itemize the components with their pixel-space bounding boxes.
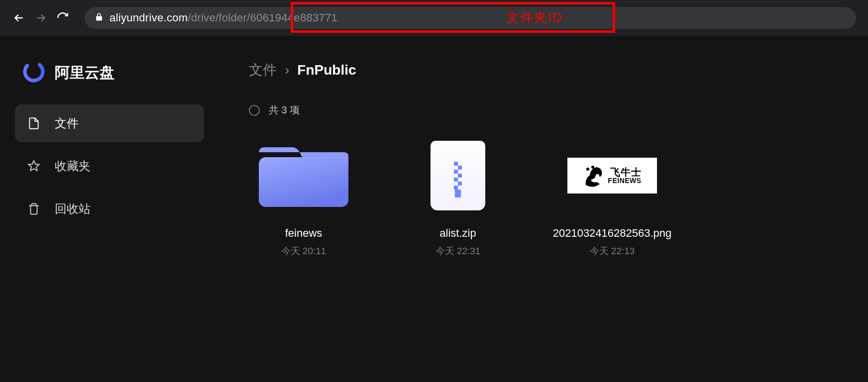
sidebar-item-files[interactable]: 文件 [15, 104, 204, 142]
brand-title: 阿里云盘 [55, 63, 114, 83]
url-path: /drive/folder/6061944e883771 [188, 11, 337, 24]
file-name: alist.zip [439, 226, 476, 241]
back-button[interactable] [12, 11, 26, 25]
lock-icon [95, 12, 104, 23]
trash-icon [27, 202, 41, 216]
svg-point-2 [586, 168, 589, 171]
file-time: 今天 22:13 [590, 245, 635, 258]
breadcrumb-root[interactable]: 文件 [249, 61, 277, 80]
file-item-zip[interactable]: alist.zip 今天 22:31 [403, 136, 513, 258]
image-thumbnail: 飞牛士 FEINEWS [562, 136, 662, 215]
main-content: 文件 › FnPublic 共 3 项 feinews 今天 20:11 [219, 36, 868, 382]
file-name: 2021032416282563.png [553, 226, 672, 241]
forward-button[interactable] [34, 11, 48, 25]
item-count-text: 共 3 项 [269, 103, 300, 117]
file-item-folder[interactable]: feinews 今天 20:11 [249, 136, 358, 258]
svg-point-0 [23, 61, 45, 83]
select-all-checkbox[interactable] [249, 105, 260, 116]
sidebar: 阿里云盘 文件 收藏夹 回收站 [0, 36, 219, 382]
file-time: 今天 20:11 [281, 245, 326, 258]
breadcrumb: 文件 › FnPublic [249, 61, 838, 80]
svg-point-3 [591, 166, 594, 169]
chevron-right-icon: › [285, 62, 289, 78]
svg-rect-1 [259, 157, 348, 207]
brand[interactable]: 阿里云盘 [15, 56, 204, 104]
file-name: feinews [285, 226, 323, 241]
sidebar-item-favorites[interactable]: 收藏夹 [15, 147, 204, 185]
file-grid: feinews 今天 20:11 [249, 136, 838, 258]
item-count-row: 共 3 项 [249, 103, 838, 117]
sidebar-item-label: 收藏夹 [55, 158, 91, 174]
reload-button[interactable] [56, 11, 70, 25]
breadcrumb-current: FnPublic [297, 62, 356, 78]
browser-toolbar: aliyundrive.com/drive/folder/6061944e883… [0, 0, 868, 36]
folder-icon [254, 136, 353, 215]
url-host: aliyundrive.com [109, 11, 188, 24]
file-time: 今天 22:31 [435, 245, 481, 258]
sidebar-item-label: 文件 [55, 115, 79, 131]
zip-icon [408, 136, 508, 215]
sidebar-item-label: 回收站 [55, 201, 91, 217]
file-item-image[interactable]: 飞牛士 FEINEWS 2021032416282563.png 今天 22:1… [557, 136, 667, 258]
app-shell: 阿里云盘 文件 收藏夹 回收站 文件 › FnPublic [0, 36, 868, 382]
sidebar-item-trash[interactable]: 回收站 [15, 190, 204, 228]
thumb-text-top: 飞牛士 [608, 167, 641, 177]
url-text: aliyundrive.com/drive/folder/6061944e883… [109, 11, 337, 24]
file-icon [27, 116, 41, 130]
address-bar[interactable]: aliyundrive.com/drive/folder/6061944e883… [85, 7, 856, 29]
thumb-text-bottom: FEINEWS [608, 177, 641, 184]
brand-logo-icon [23, 61, 45, 85]
star-icon [27, 159, 41, 173]
